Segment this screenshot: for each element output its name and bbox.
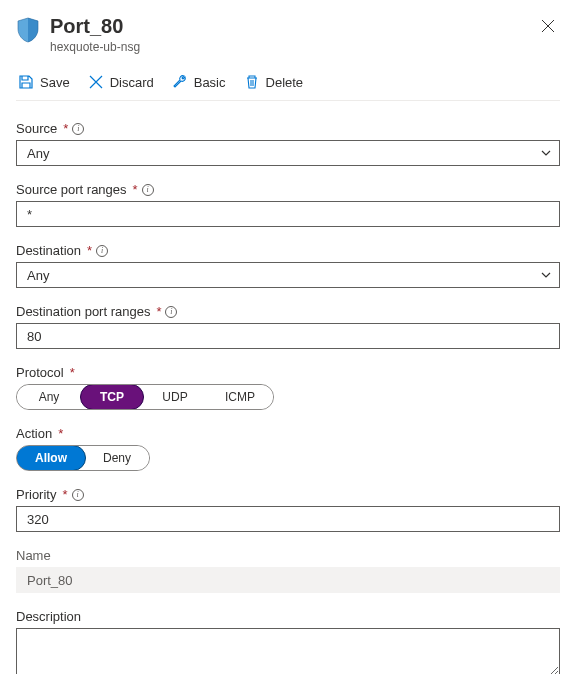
protocol-option-udp[interactable]: UDP — [143, 385, 207, 409]
protocol-group: Any TCP UDP ICMP — [16, 384, 274, 410]
name-label: Name — [16, 548, 51, 563]
delete-label: Delete — [266, 75, 304, 90]
discard-button[interactable]: Discard — [86, 72, 156, 92]
action-option-deny[interactable]: Deny — [85, 446, 149, 470]
info-icon[interactable]: i — [165, 306, 177, 318]
destination-label: Destination — [16, 243, 81, 258]
required-marker: * — [133, 182, 138, 197]
source-select[interactable] — [16, 140, 560, 166]
description-input[interactable] — [16, 628, 560, 674]
source-label: Source — [16, 121, 57, 136]
action-option-allow[interactable]: Allow — [16, 445, 86, 471]
save-icon — [18, 74, 34, 90]
info-icon[interactable]: i — [72, 489, 84, 501]
destination-port-ranges-input[interactable] — [16, 323, 560, 349]
required-marker: * — [58, 426, 63, 441]
close-icon — [541, 19, 555, 33]
required-marker: * — [156, 304, 161, 319]
save-label: Save — [40, 75, 70, 90]
page-subtitle: hexquote-ub-nsg — [50, 40, 526, 54]
required-marker: * — [62, 487, 67, 502]
protocol-option-any[interactable]: Any — [17, 385, 81, 409]
info-icon[interactable]: i — [96, 245, 108, 257]
description-label: Description — [16, 609, 81, 624]
page-title: Port_80 — [50, 14, 526, 38]
source-port-ranges-label: Source port ranges — [16, 182, 127, 197]
source-port-ranges-input[interactable] — [16, 201, 560, 227]
name-input — [16, 567, 560, 593]
required-marker: * — [70, 365, 75, 380]
action-label: Action — [16, 426, 52, 441]
action-group: Allow Deny — [16, 445, 150, 471]
toolbar: Save Discard Basic Delete — [16, 64, 560, 101]
priority-input[interactable] — [16, 506, 560, 532]
info-icon[interactable]: i — [72, 123, 84, 135]
protocol-label: Protocol — [16, 365, 64, 380]
wrench-icon — [172, 74, 188, 90]
protocol-option-icmp[interactable]: ICMP — [207, 385, 273, 409]
destination-select[interactable] — [16, 262, 560, 288]
priority-label: Priority — [16, 487, 56, 502]
required-marker: * — [63, 121, 68, 136]
protocol-option-tcp[interactable]: TCP — [80, 384, 144, 410]
basic-label: Basic — [194, 75, 226, 90]
delete-icon — [244, 74, 260, 90]
discard-label: Discard — [110, 75, 154, 90]
close-button[interactable] — [536, 14, 560, 38]
destination-port-ranges-label: Destination port ranges — [16, 304, 150, 319]
delete-button[interactable]: Delete — [242, 72, 306, 92]
basic-button[interactable]: Basic — [170, 72, 228, 92]
required-marker: * — [87, 243, 92, 258]
save-button[interactable]: Save — [16, 72, 72, 92]
discard-icon — [88, 74, 104, 90]
info-icon[interactable]: i — [142, 184, 154, 196]
shield-icon — [16, 16, 40, 44]
